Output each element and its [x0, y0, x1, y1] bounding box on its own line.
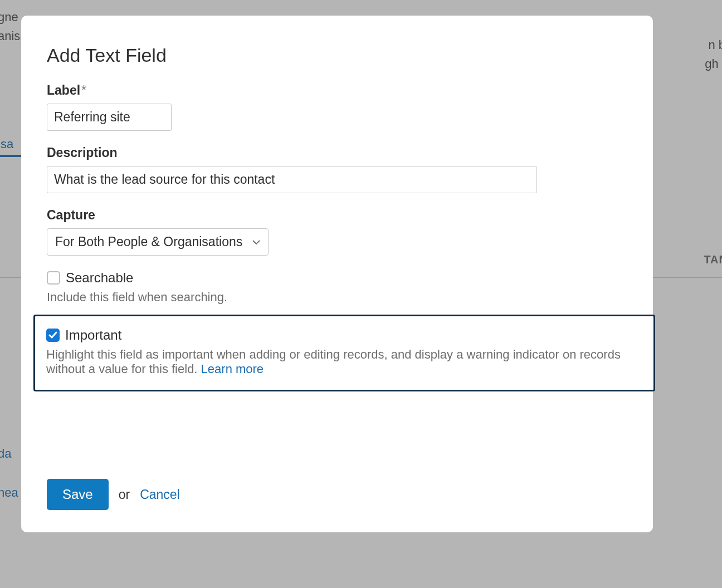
label-input[interactable] [47, 104, 172, 131]
important-hint-text: Highlight this field as important when a… [46, 347, 621, 376]
add-text-field-modal: Add Text Field Label* Description Captur… [21, 16, 653, 532]
description-input[interactable] [47, 166, 537, 193]
capture-selected-value: For Both People & Organisations [55, 234, 242, 249]
cancel-link[interactable]: Cancel [140, 487, 180, 502]
searchable-row: Searchable Include this field when searc… [47, 270, 627, 305]
searchable-label: Searchable [66, 270, 133, 286]
label-text: Label [47, 83, 80, 97]
save-button[interactable]: Save [47, 479, 109, 510]
description-field-label: Description [47, 145, 627, 160]
important-checkbox[interactable] [46, 329, 60, 342]
modal-title: Add Text Field [47, 45, 627, 66]
required-mark: * [81, 83, 86, 97]
description-row: Description [47, 145, 627, 193]
important-hint: Highlight this field as important when a… [46, 347, 642, 376]
or-text: or [119, 487, 130, 502]
capture-row: Capture For Both People & Organisations [47, 208, 627, 256]
learn-more-link[interactable]: Learn more [201, 362, 264, 376]
searchable-checkbox[interactable] [47, 271, 60, 285]
capture-field-label: Capture [47, 208, 627, 223]
capture-select[interactable]: For Both People & Organisations [47, 228, 269, 256]
label-field-label: Label* [47, 83, 627, 98]
important-section: Important Highlight this field as import… [33, 315, 655, 391]
chevron-down-icon [252, 239, 260, 245]
important-label: Important [65, 327, 121, 343]
modal-footer: Save or Cancel [47, 479, 180, 510]
searchable-hint: Include this field when searching. [47, 290, 627, 305]
label-row: Label* [47, 83, 627, 131]
